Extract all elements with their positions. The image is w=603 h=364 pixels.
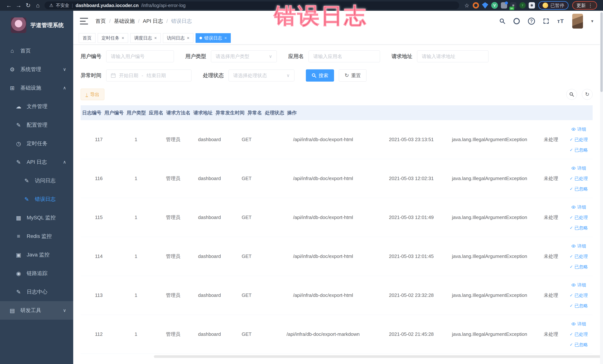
tab-label: 错误日志: [204, 35, 222, 41]
tab-error-log[interactable]: 错误日志 ×: [196, 33, 231, 43]
breadcrumb: 首页 / 基础设施 / API 日志 / 错误日志: [95, 18, 192, 25]
mark-processed-link[interactable]: ✓ 已处理: [570, 293, 588, 298]
export-button[interactable]: ↓ 导出: [81, 89, 104, 100]
sidebar-item-config-manage[interactable]: ✎ 配置管理: [0, 116, 73, 134]
extension-vue-devtools-icon[interactable]: V: [491, 2, 498, 9]
sidebar-item-mysql-monitor[interactable]: ▦ MySQL 监控: [0, 208, 73, 227]
mark-ignored-link[interactable]: ✓ 已忽略: [570, 264, 588, 270]
detail-link[interactable]: 详细: [571, 282, 586, 288]
search-icon[interactable]: [499, 18, 505, 24]
mark-ignored-link[interactable]: ✓ 已忽略: [570, 225, 588, 231]
sidebar-item-label: 系统管理: [20, 66, 41, 73]
sidebar-item-redis-monitor[interactable]: ≡ Redis 监控: [0, 227, 73, 246]
cell-user-type: 管理员: [155, 253, 191, 260]
close-icon[interactable]: ×: [122, 36, 124, 40]
sidebar-item-api-log[interactable]: ✎ API 日志 ∧: [0, 153, 73, 171]
column-header: 请求方法名: [165, 110, 192, 116]
fullscreen-icon[interactable]: [543, 18, 549, 24]
log-icon: ✎: [23, 177, 31, 184]
mark-ignored-link[interactable]: ✓ 已忽略: [570, 147, 588, 153]
breadcrumb-home[interactable]: 首页: [95, 18, 106, 25]
extension-grid-icon[interactable]: [501, 2, 507, 9]
detail-link[interactable]: 详细: [571, 126, 586, 132]
reload-icon[interactable]: ↻: [23, 2, 33, 9]
user-type-select[interactable]: 请选择用户类型 ∨: [211, 50, 277, 62]
address-bar[interactable]: ⚠ 不安全 | dashboard.yudao.iocoder.cn /infr…: [45, 1, 459, 9]
sidebar-item-log-center[interactable]: ✎ 日志中心: [0, 282, 73, 301]
back-icon[interactable]: ←: [4, 2, 14, 9]
extension-switch-icon[interactable]: ≡on: [510, 2, 516, 9]
extension-shield-icon[interactable]: [482, 2, 488, 9]
extension-orange-icon[interactable]: [473, 2, 479, 9]
sidebar-item-label: Redis 监控: [27, 233, 52, 240]
breadcrumb-api-log[interactable]: API 日志: [143, 18, 163, 25]
request-url-input[interactable]: [417, 50, 488, 62]
date-range-picker[interactable]: 开始日期 - 结束日期: [106, 70, 191, 82]
mark-processed-link[interactable]: ✓ 已处理: [570, 137, 588, 143]
vertical-scrollbar-thumb[interactable]: [600, 12, 603, 92]
close-icon[interactable]: ×: [224, 36, 227, 40]
cell-user-id: 1: [117, 214, 155, 220]
browser-update-menu[interactable]: 更新 ⋮: [572, 1, 597, 10]
extension-paw-icon[interactable]: ✱: [529, 2, 535, 9]
sidebar-item-error-log[interactable]: ✎ 错误日志: [0, 190, 73, 208]
mark-processed-link[interactable]: ✓ 已处理: [570, 214, 588, 221]
vertical-scrollbar-track[interactable]: [600, 11, 603, 364]
table-row: 113 1 管理员 dashboard GET /api/infra/db-do…: [81, 276, 593, 315]
tab-access-log[interactable]: 访问日志 ×: [163, 33, 193, 43]
eye-icon: ◉: [14, 270, 23, 277]
forward-icon[interactable]: →: [14, 2, 23, 9]
sidebar-item-file-manage[interactable]: ☁ 文件管理: [0, 97, 73, 116]
sidebar-item-access-log[interactable]: ✎ 访问日志: [0, 171, 73, 190]
sidebar-item-java-monitor[interactable]: ▣ Java 监控: [0, 246, 73, 264]
mark-processed-link[interactable]: ✓ 已处理: [570, 176, 588, 182]
process-status-select[interactable]: 请选择处理状态 ∨: [229, 70, 294, 82]
user-id-input[interactable]: [106, 50, 174, 62]
toggle-search-button[interactable]: [566, 89, 577, 100]
search-button[interactable]: 搜索: [306, 69, 334, 82]
breadcrumb-infrastructure[interactable]: 基础设施: [114, 18, 135, 25]
sidebar-collapse-icon[interactable]: [80, 18, 88, 24]
sidebar-item-system[interactable]: ⚙ 系统管理 ∨: [0, 60, 73, 79]
tab-cron-job[interactable]: 定时任务 ×: [98, 33, 128, 43]
sidebar-item-trace[interactable]: ◉ 链路追踪: [0, 264, 73, 282]
tab-home[interactable]: 首页: [79, 33, 95, 43]
close-icon[interactable]: ×: [154, 36, 157, 40]
github-icon[interactable]: [513, 18, 520, 24]
chevron-down-icon: ∨: [269, 54, 272, 59]
help-icon[interactable]: ?: [528, 18, 535, 25]
bookmark-star-icon[interactable]: ☆: [464, 2, 469, 9]
sidebar-item-infrastructure[interactable]: ⊞ 基础设施 ∧: [0, 79, 73, 97]
mark-processed-link[interactable]: ✓ 已处理: [570, 331, 588, 337]
horizontal-scrollbar[interactable]: [154, 355, 600, 358]
mark-processed-link[interactable]: ✓ 已处理: [570, 254, 588, 259]
mark-ignored-link[interactable]: ✓ 已忽略: [570, 303, 588, 309]
paused-extension-pill[interactable]: 已暂停: [538, 1, 568, 10]
sidebar-item-devtools[interactable]: ▤ 研发工具 ∨: [0, 301, 73, 320]
chevron-down-icon[interactable]: ▾: [591, 19, 593, 24]
mark-ignored-link[interactable]: ✓ 已忽略: [570, 342, 588, 348]
app-name-input[interactable]: [309, 50, 380, 62]
avatar[interactable]: [572, 14, 583, 29]
column-header: 用户类型: [125, 110, 147, 116]
detail-link[interactable]: 详细: [571, 204, 586, 210]
reset-button[interactable]: ↻ 重置: [339, 69, 366, 82]
logo-row[interactable]: 芋道管理系统: [0, 11, 73, 37]
sidebar-item-home[interactable]: ⌂ 首页: [0, 42, 73, 60]
cell-process-status: 未处理: [537, 175, 565, 182]
detail-link[interactable]: 详细: [571, 243, 586, 249]
chevron-icon: ∨: [63, 308, 66, 313]
close-icon[interactable]: ×: [187, 36, 189, 40]
detail-link[interactable]: 详细: [571, 321, 586, 327]
app-name-label: 应用名: [288, 53, 304, 60]
mark-ignored-link[interactable]: ✓ 已忽略: [570, 186, 588, 192]
refresh-table-button[interactable]: ↻: [582, 89, 593, 100]
sidebar-item-cron-job[interactable]: ◷ 定时任务: [0, 134, 73, 153]
tab-schedule-log[interactable]: 调度日志 ×: [130, 33, 161, 43]
update-label: 更新: [577, 2, 586, 9]
font-size-icon[interactable]: тT: [557, 18, 564, 24]
extension-sprout-icon[interactable]: ʸ: [519, 2, 526, 9]
app-title: 芋道管理系统: [30, 22, 64, 29]
detail-link[interactable]: 详细: [571, 165, 586, 171]
home-icon[interactable]: ⌂: [33, 2, 43, 9]
